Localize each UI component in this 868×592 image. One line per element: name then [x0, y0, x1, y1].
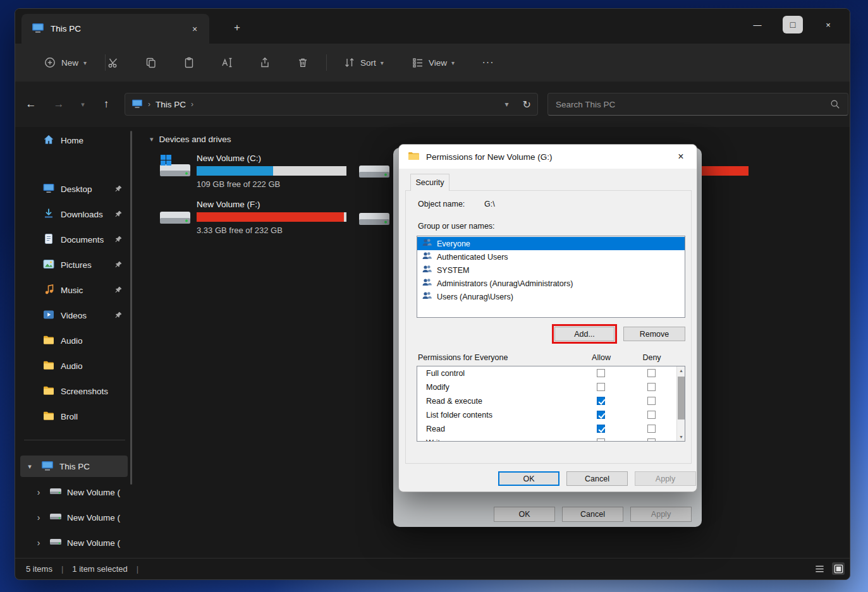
allow-checkbox[interactable] [597, 425, 605, 433]
allow-checkbox[interactable] [597, 411, 605, 419]
drive-c-name[interactable]: New Volume (C:) [197, 154, 261, 163]
deny-checkbox[interactable] [647, 369, 656, 377]
sidebar-item-broll[interactable]: Broll [20, 406, 128, 427]
dialog-close-button[interactable]: × [670, 149, 692, 164]
group-row-authenticated-users[interactable]: Authenticated Users [417, 250, 685, 263]
allow-checkbox[interactable] [597, 397, 605, 405]
recent-locations-chevron[interactable]: ▾ [71, 93, 95, 116]
allow-checkbox[interactable] [597, 438, 605, 442]
view-button[interactable]: View ▾ [402, 50, 464, 75]
forward-button[interactable]: → [47, 93, 71, 116]
allow-checkbox[interactable] [597, 369, 605, 377]
more-options-button[interactable]: ··· [474, 50, 502, 75]
permissions-scrollbar[interactable]: ▲ ▼ [676, 366, 685, 441]
group-row-system[interactable]: SYSTEM [417, 263, 685, 277]
deny-checkbox[interactable] [647, 383, 656, 391]
up-button[interactable]: ↑ [94, 93, 118, 116]
scroll-down-icon[interactable]: ▼ [677, 433, 685, 441]
cut-button[interactable] [99, 50, 127, 75]
group-row-administrators[interactable]: Administrators (Anurag\Administrators) [417, 277, 685, 290]
details-view-icon[interactable] [813, 562, 826, 575]
search-input[interactable] [556, 100, 830, 109]
this-pc-icon [41, 460, 54, 473]
drive-icon-partial[interactable] [358, 155, 391, 186]
search-icon [830, 99, 840, 109]
sidebar-item-pictures[interactable]: Pictures [20, 254, 128, 275]
deny-checkbox[interactable] [647, 425, 656, 433]
collapse-chevron-icon[interactable]: ▾ [150, 135, 154, 143]
pictures-icon [42, 258, 55, 272]
drive-f-usage-bar [197, 212, 346, 222]
cancel-button[interactable]: Cancel [566, 471, 628, 486]
sidebar-item-documents[interactable]: Documents [20, 229, 128, 250]
chevron-right-icon[interactable]: › [33, 512, 44, 523]
new-tab-button[interactable]: + [228, 19, 247, 37]
breadcrumb[interactable]: This PC [156, 100, 186, 109]
add-button[interactable]: Add... [554, 327, 614, 341]
drive-f-name[interactable]: New Volume (F:) [197, 200, 260, 209]
sidebar-item-audio-2[interactable]: Audio [20, 355, 128, 377]
sidebar-item-new-volume-2[interactable]: › New Volume ( [20, 507, 128, 528]
chevron-right-icon[interactable]: › [33, 487, 44, 497]
scroll-up-icon[interactable]: ▲ [677, 366, 685, 375]
desktop: This PC × + — □ × New ▾ [0, 0, 868, 592]
close-button[interactable]: × [810, 9, 846, 40]
tab-this-pc[interactable]: This PC × [21, 14, 209, 44]
breadcrumb-chevron[interactable]: › [191, 100, 193, 109]
sidebar-item-new-volume-3[interactable]: › New Volume ( [20, 532, 128, 553]
folder-icon [42, 359, 55, 373]
ok-button[interactable]: OK [498, 471, 559, 486]
drive-f-icon[interactable] [159, 202, 192, 232]
sidebar-item-videos[interactable]: Videos [20, 305, 128, 326]
sidebar-item-audio[interactable]: Audio [20, 330, 128, 351]
sidebar-item-music[interactable]: Music [20, 279, 128, 301]
divider [326, 54, 327, 71]
scrollbar-thumb[interactable] [678, 377, 685, 420]
drive-c-icon[interactable] [159, 154, 192, 184]
tab-security[interactable]: Security [410, 174, 449, 191]
rename-button[interactable] [213, 50, 241, 75]
refresh-button[interactable]: ↻ [523, 99, 531, 111]
drive-c-usage-fill [197, 166, 273, 176]
sidebar-item-this-pc[interactable]: ▾ This PC [20, 456, 128, 477]
deny-checkbox[interactable] [647, 438, 656, 442]
group-row-users[interactable]: Users (Anurag\Users) [417, 290, 685, 303]
sidebar-item-new-volume-1[interactable]: › New Volume ( [20, 481, 128, 503]
tab-close-icon[interactable]: × [186, 21, 203, 37]
search-box[interactable] [547, 93, 848, 116]
music-icon [42, 283, 55, 298]
delete-button[interactable] [289, 50, 317, 75]
sidebar-scrollbar[interactable] [130, 131, 132, 485]
section-devices-and-drives[interactable]: ▾ Devices and drives [150, 135, 231, 144]
address-dropdown-chevron[interactable]: ▾ [505, 100, 509, 109]
allow-column-header: Allow [585, 353, 617, 362]
chevron-right-icon[interactable]: › [33, 538, 44, 548]
group-row-everyone[interactable]: Everyone [417, 237, 685, 250]
sidebar-item-desktop[interactable]: Desktop [20, 178, 128, 200]
pin-icon [114, 210, 123, 220]
maximize-button[interactable]: □ [783, 16, 803, 33]
sidebar-item-downloads[interactable]: Downloads [20, 203, 128, 225]
new-button[interactable]: New ▾ [31, 50, 99, 75]
minimize-button[interactable]: — [740, 9, 775, 40]
copy-button[interactable] [137, 50, 165, 75]
deny-checkbox[interactable] [647, 411, 656, 419]
back-button[interactable]: ← [19, 93, 43, 116]
sidebar-item-screenshots[interactable]: Screenshots [20, 380, 128, 402]
paste-button[interactable] [175, 50, 203, 75]
sort-button[interactable]: Sort ▾ [334, 50, 393, 75]
deny-checkbox[interactable] [647, 397, 656, 405]
permission-row-read: Read [417, 422, 685, 436]
videos-icon [42, 308, 55, 323]
thumbnail-view-icon[interactable] [832, 562, 845, 575]
apply-button[interactable]: Apply [635, 471, 696, 486]
share-button[interactable] [251, 50, 279, 75]
address-bar[interactable]: › This PC › ▾ ↻ [125, 93, 538, 116]
drive-icon-partial[interactable] [358, 203, 391, 233]
allow-checkbox[interactable] [597, 383, 605, 391]
window-controls: — □ × [740, 9, 846, 40]
remove-button[interactable]: Remove [623, 327, 685, 341]
sidebar-item-home[interactable]: Home [20, 130, 128, 151]
chevron-down-icon[interactable]: ▾ [24, 462, 35, 471]
status-divider: | [61, 564, 63, 574]
